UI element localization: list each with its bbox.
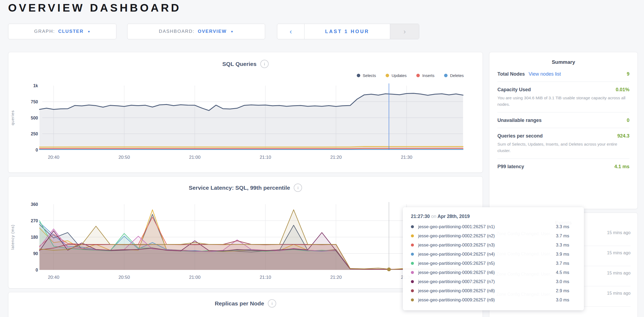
- tooltip-rows: jesse-geo-partitioning-0001:26257 (n1)3.…: [411, 222, 576, 304]
- tooltip-row: jesse-geo-partitioning-0001:26257 (n1)3.…: [411, 222, 576, 231]
- svg-text:21:00: 21:00: [189, 155, 201, 160]
- summary-row-p99-latency: P99 latency 4.1 ms: [497, 159, 629, 174]
- summary-rows: Total Nodes View nodes list 9 Capacity U…: [489, 65, 638, 174]
- svg-text:20:50: 20:50: [119, 275, 130, 280]
- legend-label: Deletes: [450, 73, 464, 78]
- summary-value: 0: [627, 118, 629, 123]
- series-dot-icon: [411, 298, 414, 301]
- tooltip-node-value: 3.9 ms: [556, 252, 576, 257]
- time-next-button[interactable]: ›: [390, 24, 419, 39]
- time-prev-button[interactable]: ‹: [277, 24, 304, 39]
- series-dot-icon: [411, 289, 414, 292]
- caret-down-icon: ▾: [231, 29, 233, 34]
- legend-item-selects[interactable]: Selects: [357, 73, 376, 78]
- graph-dropdown[interactable]: GRAPH: CLUSTER ▾: [8, 24, 116, 39]
- tooltip-preposition: on: [431, 214, 436, 219]
- svg-text:90: 90: [33, 251, 38, 256]
- series-dot-icon: [411, 262, 414, 265]
- dashboard-dropdown[interactable]: DASHBOARD: OVERVIEW ▾: [127, 24, 265, 39]
- tooltip-row: jesse-geo-partitioning-0007:26257 (n7)3.…: [411, 277, 576, 286]
- tooltip-time: 21:27:30: [411, 214, 430, 219]
- summary-row-unavailable-ranges: Unavailable ranges 0: [497, 112, 629, 128]
- legend-item-inserts[interactable]: Inserts: [416, 73, 434, 78]
- info-icon[interactable]: i: [268, 299, 276, 308]
- series-dot-icon: [411, 234, 414, 237]
- tooltip-node-value: 3.3 ms: [556, 224, 576, 229]
- legend-item-updates[interactable]: Updates: [386, 73, 407, 78]
- tooltip-node-value: 3.0 ms: [556, 297, 576, 302]
- legend-dot-icon: [357, 74, 360, 77]
- series-dot-icon: [411, 225, 414, 228]
- summary-label: Capacity Used: [497, 87, 531, 93]
- tooltip-node-value: 3.3 ms: [556, 242, 576, 248]
- svg-text:750: 750: [31, 100, 38, 104]
- svg-text:360: 360: [31, 202, 38, 207]
- tooltip-node-name: jesse-geo-partitioning-0005:26257 (n5): [418, 261, 556, 266]
- tooltip-row: jesse-geo-partitioning-0006:26257 (n6)4.…: [411, 268, 576, 277]
- info-icon[interactable]: i: [294, 184, 302, 192]
- tooltip-node-name: jesse-geo-partitioning-0002:26257 (n2): [418, 233, 556, 238]
- sql-queries-legend: SelectsUpdatesInsertsDeletes: [357, 73, 464, 78]
- event-time: 15 mins ago: [605, 290, 631, 297]
- svg-text:1k: 1k: [33, 83, 38, 88]
- tooltip-node-name: jesse-geo-partitioning-0004:26257 (n4): [418, 252, 556, 257]
- svg-text:20:50: 20:50: [119, 155, 130, 160]
- tooltip-row: jesse-geo-partitioning-0008:26257 (n8)2.…: [411, 286, 576, 295]
- tooltip-node-value: 4.5 ms: [556, 270, 576, 275]
- svg-text:queries: queries: [10, 110, 15, 125]
- tooltip-row: jesse-geo-partitioning-0005:26257 (n5)3.…: [411, 259, 576, 268]
- summary-value: 0.01%: [616, 87, 629, 93]
- page-title: OVERVIEW DASHBOARD: [8, 2, 181, 14]
- svg-text:250: 250: [31, 132, 38, 136]
- tooltip-node-value: 2.9 ms: [556, 288, 576, 293]
- summary-title: Summary: [489, 52, 638, 65]
- caret-down-icon: ▾: [88, 29, 90, 34]
- svg-text:21:30: 21:30: [401, 155, 413, 160]
- tooltip-node-name: jesse-geo-partitioning-0009:26257 (n9): [418, 297, 556, 302]
- series-dot-icon: [411, 271, 414, 274]
- sql-queries-chart[interactable]: 02505007501k20:4020:5021:0021:1021:2021:…: [8, 81, 469, 161]
- summary-panel: Summary Total Nodes View nodes list 9 Ca…: [489, 52, 638, 209]
- series-dot-icon: [411, 244, 414, 246]
- service-latency-chart[interactable]: 09018027036020:4020:5021:0021:1021:2021:…: [8, 199, 469, 283]
- service-latency-title: Service Latency: SQL, 99th percentile: [189, 185, 290, 191]
- svg-text:20:40: 20:40: [48, 275, 60, 280]
- tooltip-row: jesse-geo-partitioning-0003:26257 (n3)3.…: [411, 240, 576, 249]
- summary-value: 924.3: [617, 133, 629, 139]
- summary-subtext: Sum of Selects, Updates, Inserts, and De…: [497, 141, 629, 154]
- svg-text:180: 180: [31, 235, 38, 239]
- svg-text:21:20: 21:20: [330, 275, 342, 280]
- series-dot-icon: [411, 253, 414, 256]
- svg-text:0: 0: [36, 148, 38, 152]
- tooltip-row: jesse-geo-partitioning-0004:26257 (n4)3.…: [411, 249, 576, 259]
- summary-subtext: You are using 304.6 MiB of 3.1 TiB usabl…: [497, 95, 629, 108]
- tooltip-timestamp: 21:27:30 on Apr 28th, 2019: [411, 214, 576, 219]
- svg-text:latency (ms): latency (ms): [10, 224, 15, 250]
- svg-text:270: 270: [31, 219, 38, 223]
- tooltip-node-value: 3.7 ms: [556, 233, 576, 238]
- tooltip-row: jesse-geo-partitioning-0009:26257 (n9)3.…: [411, 295, 576, 304]
- overview-dashboard-page: OVERVIEW DASHBOARD GRAPH: CLUSTER ▾ DASH…: [0, 0, 644, 317]
- legend-dot-icon: [386, 74, 389, 77]
- event-time: 15 mins ago: [605, 270, 631, 277]
- legend-dot-icon: [416, 74, 420, 77]
- replicas-per-node-title: Replicas per Node: [215, 300, 264, 307]
- tooltip-node-name: jesse-geo-partitioning-0003:26257 (n3): [418, 242, 556, 248]
- tooltip-row: jesse-geo-partitioning-0002:26257 (n2)3.…: [411, 231, 576, 240]
- event-time: 15 mins ago: [605, 229, 631, 236]
- time-window-selector[interactable]: LAST 1 HOUR: [304, 24, 390, 39]
- summary-row-qps: Queries per second 924.3 Sum of Selects,…: [497, 128, 629, 159]
- view-nodes-list-link[interactable]: View nodes list: [529, 71, 561, 77]
- svg-text:500: 500: [31, 116, 38, 120]
- legend-item-deletes[interactable]: Deletes: [444, 73, 464, 78]
- summary-label: P99 latency: [497, 164, 524, 170]
- svg-text:21:00: 21:00: [189, 275, 201, 280]
- legend-label: Selects: [363, 73, 376, 78]
- tooltip-node-name: jesse-geo-partitioning-0006:26257 (n6): [418, 270, 556, 275]
- chevron-right-icon: ›: [403, 27, 406, 36]
- svg-text:20:40: 20:40: [48, 155, 60, 160]
- info-icon[interactable]: i: [260, 60, 269, 68]
- summary-row-capacity-used: Capacity Used 0.01% You are using 304.6 …: [497, 82, 629, 112]
- summary-label: Unavailable ranges: [497, 118, 542, 123]
- chart-hover-tooltip: 21:27:30 on Apr 28th, 2019 jesse-geo-par…: [403, 207, 584, 310]
